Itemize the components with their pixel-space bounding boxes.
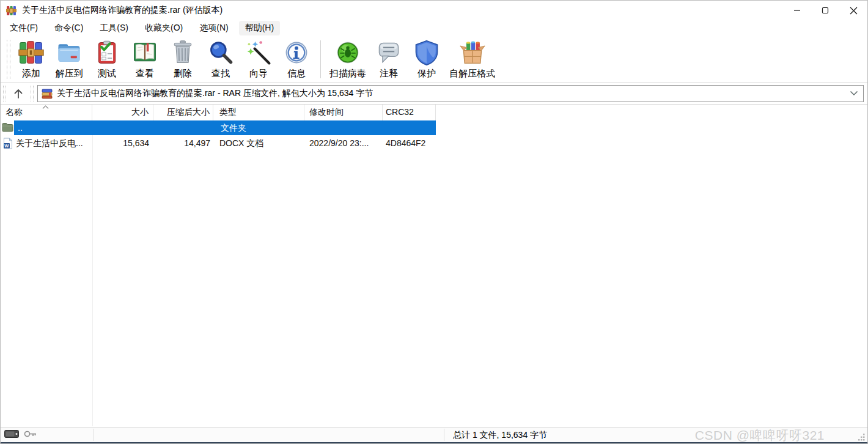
menu-file[interactable]: 文件(F) xyxy=(4,21,44,35)
column-header-name[interactable]: 名称 xyxy=(1,105,92,120)
add-button[interactable]: 添加 xyxy=(12,39,50,80)
column-header-type[interactable]: 类型 xyxy=(213,105,304,120)
close-icon xyxy=(850,7,858,15)
add-books-icon xyxy=(18,39,45,66)
menu-favorites[interactable]: 收藏夹(O) xyxy=(139,21,189,35)
scan-virus-button[interactable]: 扫描病毒 xyxy=(326,39,370,80)
protect-shield-icon xyxy=(413,39,440,66)
cell-name: 关于生活中反电... xyxy=(16,136,83,151)
view-button[interactable]: 查看 xyxy=(126,39,164,80)
cell-crc32: 4D8464F2 xyxy=(386,136,425,151)
statusbar-divider xyxy=(444,429,444,441)
window-bottom-edge xyxy=(1,442,867,443)
chevron-down-icon[interactable] xyxy=(850,91,858,96)
key-icon[interactable] xyxy=(24,430,37,438)
file-list-header: 名称 大小 压缩后大小 类型 修改时间 CRC32 xyxy=(1,105,867,120)
wizard-wand-icon xyxy=(245,39,272,66)
table-row-parent-dir[interactable]: .. 文件夹 xyxy=(1,120,867,136)
column-header-packed[interactable]: 压缩后大小 xyxy=(153,105,213,120)
archive-path-combobox[interactable]: 关于生活中反电信网络诈骗教育的提案.rar - RAR 压缩文件, 解包大小为 … xyxy=(37,85,864,102)
toolbar-label-extract: 解压到 xyxy=(56,68,83,80)
folder-icon xyxy=(2,122,13,132)
toolbar-label-wizard: 向导 xyxy=(249,68,268,80)
sfx-box-icon xyxy=(459,39,486,66)
cell-packed-size: 14,497 xyxy=(154,136,210,151)
test-clipboard-icon xyxy=(94,39,120,66)
cell-modified-time: 2022/9/20 23:... xyxy=(309,136,369,151)
addressbar-gripper[interactable] xyxy=(3,86,6,102)
maximize-button[interactable] xyxy=(811,1,839,20)
toolbar-label-info: 信息 xyxy=(287,68,306,80)
statusbar-divider xyxy=(94,429,94,441)
delete-button[interactable]: 删除 xyxy=(164,39,202,80)
winrar-window: 关于生活中反电信网络诈骗教育的提案.rar (评估版本) 文件(F) 命令(C)… xyxy=(0,0,868,444)
toolbar-label-comment: 注释 xyxy=(380,68,398,80)
menu-commands[interactable]: 命令(C) xyxy=(48,21,89,35)
svg-text:W: W xyxy=(4,143,9,149)
menu-bar: 文件(F) 命令(C) 工具(S) 收藏夹(O) 选项(N) 帮助(H) xyxy=(1,20,867,36)
column-header-size[interactable]: 大小 xyxy=(92,105,153,120)
toolbar-label-sfx: 自解压格式 xyxy=(449,68,495,80)
delete-trash-icon xyxy=(169,39,196,66)
scan-virus-icon xyxy=(334,39,361,66)
resize-grip[interactable] xyxy=(858,433,866,441)
status-bar: 总计 1 文件, 15,634 字节 CSDN @啤啤呀呀321 xyxy=(1,427,867,442)
toolbar-gripper[interactable] xyxy=(7,40,10,79)
toolbar-label-add: 添加 xyxy=(22,68,40,80)
info-button[interactable]: 信息 xyxy=(278,39,315,80)
toolbar-label-test: 测试 xyxy=(98,68,116,80)
name-column-gridline xyxy=(92,120,93,426)
extract-to-button[interactable]: 解压到 xyxy=(50,39,88,80)
menu-options[interactable]: 选项(N) xyxy=(193,21,234,35)
toolbar-label-delete: 删除 xyxy=(174,68,192,80)
toolbar-separator xyxy=(320,40,321,78)
test-button[interactable]: 测试 xyxy=(88,39,126,80)
title-bar: 关于生活中反电信网络诈骗教育的提案.rar (评估版本) xyxy=(1,1,867,20)
sfx-button[interactable]: 自解压格式 xyxy=(446,39,499,80)
info-circle-icon xyxy=(283,39,310,66)
wizard-button[interactable]: 向导 xyxy=(240,39,278,80)
minimize-button[interactable] xyxy=(783,1,811,20)
protect-button[interactable]: 保护 xyxy=(408,39,446,80)
cell-type: DOCX 文档 xyxy=(219,136,263,151)
winrar-app-icon xyxy=(6,6,17,16)
toolbar-label-protect: 保护 xyxy=(417,68,436,80)
cell-type: 文件夹 xyxy=(221,120,246,136)
cell-name: .. xyxy=(18,120,23,136)
watermark-text: CSDN @啤啤呀呀321 xyxy=(695,427,825,443)
docx-file-icon: W xyxy=(3,138,13,149)
toolbar: 添加 解压到 测试 xyxy=(1,36,867,83)
status-total-text: 总计 1 文件, 15,634 字节 xyxy=(453,427,547,442)
minimize-icon xyxy=(793,7,801,14)
column-header-modified[interactable]: 修改时间 xyxy=(304,105,383,120)
column-header-name-label: 名称 xyxy=(6,107,23,117)
comment-button[interactable]: 注释 xyxy=(370,39,408,80)
view-book-icon xyxy=(131,39,158,66)
cell-size: 15,634 xyxy=(93,136,149,151)
comment-bubble-icon xyxy=(375,39,402,66)
menu-help[interactable]: 帮助(H) xyxy=(239,21,280,35)
rar-archive-icon xyxy=(42,88,53,99)
archive-path-text: 关于生活中反电信网络诈骗教育的提案.rar - RAR 压缩文件, 解包大小为 … xyxy=(57,88,373,99)
menu-tools[interactable]: 工具(S) xyxy=(94,21,134,35)
file-list: .. 文件夹 W 关于生活中反电... 15,634 14,497 DOCX 文… xyxy=(1,120,867,426)
find-button[interactable]: 查找 xyxy=(202,39,240,80)
table-row-docx-file[interactable]: W 关于生活中反电... 15,634 14,497 DOCX 文档 2022/… xyxy=(1,136,867,151)
toolbar-label-view: 查看 xyxy=(136,68,154,80)
addressbar-gripper-2[interactable] xyxy=(31,86,34,102)
sort-ascending-icon xyxy=(42,105,49,109)
drive-icon[interactable] xyxy=(4,430,19,438)
window-title: 关于生活中反电信网络诈骗教育的提案.rar (评估版本) xyxy=(22,5,223,16)
toolbar-label-find: 查找 xyxy=(211,68,230,80)
extract-folder-icon xyxy=(56,39,83,66)
arrow-up-icon xyxy=(12,87,24,100)
toolbar-label-scan-virus: 扫描病毒 xyxy=(329,68,366,80)
close-button[interactable] xyxy=(839,1,867,20)
maximize-icon xyxy=(822,7,829,14)
up-one-level-button[interactable] xyxy=(7,85,29,102)
column-header-crc32[interactable]: CRC32 xyxy=(383,105,436,120)
window-controls xyxy=(783,1,867,20)
address-bar: 关于生活中反电信网络诈骗教育的提案.rar - RAR 压缩文件, 解包大小为 … xyxy=(1,83,867,105)
find-magnifier-icon xyxy=(207,39,234,66)
